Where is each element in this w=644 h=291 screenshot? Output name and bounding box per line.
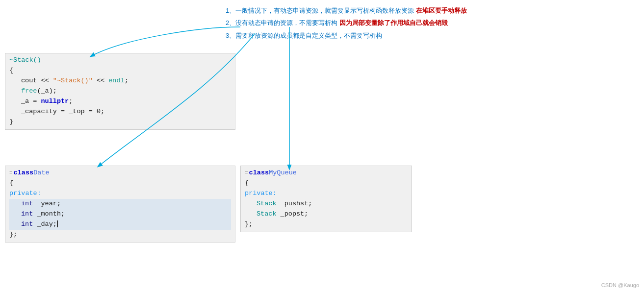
annotation-1-emphasis: 在堆区要手动释放 bbox=[416, 7, 467, 14]
annotation-1-text: 1、一般情况下，有动态申请资源，就需要显示写析构函数释放资源 bbox=[226, 7, 414, 14]
date-day-line: int _day; bbox=[9, 219, 231, 230]
myqueue-class-title: =class MyQueue bbox=[245, 168, 408, 178]
date-open-brace: { bbox=[9, 178, 231, 189]
annotations-area: 1、一般情况下，有动态申请资源，就需要显示写析构函数释放资源 在堆区要手动释放 … bbox=[226, 5, 628, 42]
arrow-to-destructor bbox=[91, 27, 240, 56]
annotation-line-3: 3、需要释放资源的成员都是自定义类型，不需要写析构 bbox=[226, 30, 628, 41]
annotation-line-1: 1、一般情况下，有动态申请资源，就需要显示写析构函数释放资源 在堆区要手动释放 bbox=[226, 5, 628, 16]
annotation-line-2: 2、没有动态申请的资源，不需要写析构 因为局部变量除了作用域自己就会销毁 bbox=[226, 17, 628, 28]
myqueue-popst-line: Stack _popst; bbox=[245, 209, 408, 219]
annotation-2-emphasis: 因为局部变量除了作用域自己就会销毁 bbox=[339, 19, 448, 26]
watermark: CSDN @Kaugo bbox=[601, 282, 639, 288]
destructor-title-line: ~Stack() bbox=[9, 55, 231, 66]
myqueue-private-line: private: bbox=[245, 189, 408, 199]
arrows-overlay bbox=[0, 0, 644, 291]
destructor-free-line: free(_a); bbox=[9, 86, 231, 97]
date-private-line: private: bbox=[9, 189, 231, 199]
date-class-title: =class Date bbox=[9, 168, 231, 178]
destructor-close-brace: } bbox=[9, 117, 231, 127]
main-container: 1、一般情况下，有动态申请资源，就需要显示写析构函数释放资源 在堆区要手动释放 … bbox=[0, 0, 644, 291]
destructor-cout-line: cout << "~Stack()" << endl; bbox=[9, 76, 231, 86]
destructor-nullptr-line: _a = nullptr; bbox=[9, 97, 231, 107]
date-close-brace: }; bbox=[9, 230, 231, 240]
myqueue-open-brace: { bbox=[245, 178, 408, 189]
destructor-code-block: ~Stack() { cout << "~Stack()" << endl; f… bbox=[5, 53, 235, 130]
date-class-code-block: =class Date { private: int _year; int _m… bbox=[5, 166, 235, 242]
annotation-3-text: 3、需要释放资源的成员都是自定义类型，不需要写析构 bbox=[226, 32, 382, 39]
myqueue-close-brace: }; bbox=[245, 219, 408, 230]
destructor-name: ~Stack() bbox=[9, 55, 41, 66]
destructor-open-brace: { bbox=[9, 66, 231, 76]
destructor-capacity-line: _capacity = _top = 0; bbox=[9, 107, 231, 117]
date-month-line: int _month; bbox=[9, 209, 231, 219]
myqueue-pushst-line: Stack _pushst; bbox=[245, 199, 408, 209]
date-year-line: int _year; bbox=[9, 199, 231, 209]
annotation-2-text: 2、没有动态申请的资源，不需要写析构 bbox=[226, 19, 337, 26]
myqueue-class-code-block: =class MyQueue { private: Stack _pushst;… bbox=[240, 166, 412, 232]
